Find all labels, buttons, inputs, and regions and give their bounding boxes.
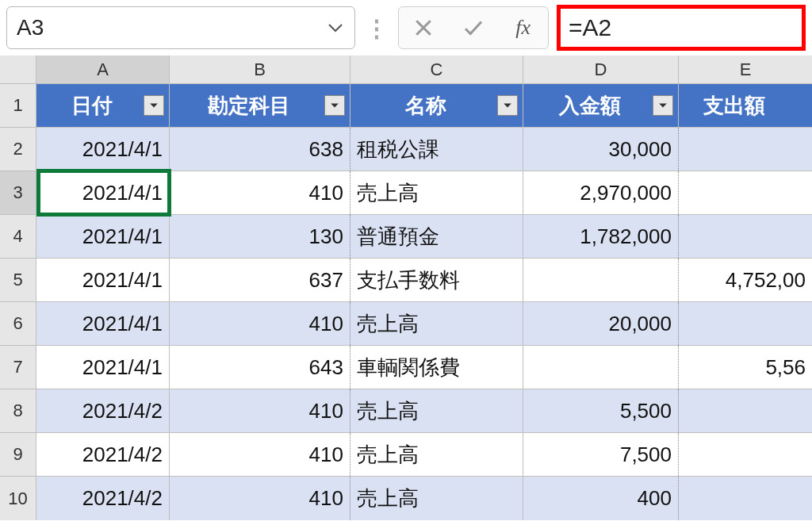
enter-icon[interactable]	[462, 16, 485, 40]
table-row: 2 2021/4/1 638 租税公課 30,000	[0, 128, 812, 171]
chevron-down-icon[interactable]	[326, 18, 345, 37]
cell-E4[interactable]	[679, 215, 812, 258]
row-header-1[interactable]: 1	[0, 84, 36, 127]
cell-A3[interactable]: 2021/4/1	[36, 171, 170, 214]
row-header-7[interactable]: 7	[0, 346, 36, 389]
filter-button[interactable]	[653, 95, 673, 116]
cell-A2[interactable]: 2021/4/1	[36, 128, 170, 171]
row-header-9[interactable]: 9	[0, 433, 36, 476]
header-income[interactable]: 入金額	[523, 84, 679, 127]
cell-E7[interactable]: 5,56	[679, 346, 812, 389]
row-header-4[interactable]: 4	[0, 215, 36, 258]
cell-B5[interactable]: 637	[170, 259, 350, 301]
cell-D2[interactable]: 30,000	[523, 128, 679, 171]
formula-input[interactable]: =A2	[557, 5, 806, 51]
cell-B4[interactable]: 130	[170, 215, 350, 258]
header-name[interactable]: 名称	[350, 84, 523, 127]
cell-B10[interactable]: 410	[170, 477, 350, 520]
select-all-corner[interactable]	[0, 56, 36, 83]
cell-A5[interactable]: 2021/4/1	[36, 259, 170, 301]
col-header-B[interactable]: B	[170, 56, 350, 83]
cell-C2[interactable]: 租税公課	[350, 128, 523, 171]
cell-C9[interactable]: 売上高	[350, 433, 523, 476]
cell-D10[interactable]: 400	[523, 477, 679, 520]
name-box[interactable]: A3	[6, 6, 355, 49]
cell-D9[interactable]: 7,500	[523, 433, 679, 476]
cell-D8[interactable]: 5,500	[523, 389, 679, 432]
table-row: 4 2021/4/1 130 普通預金 1,782,000	[0, 215, 812, 259]
col-header-E[interactable]: E	[679, 56, 812, 83]
col-header-C[interactable]: C	[350, 56, 523, 83]
cell-A10[interactable]: 2021/4/2	[36, 477, 170, 520]
cell-A4[interactable]: 2021/4/1	[36, 215, 170, 258]
row-header-5[interactable]: 5	[0, 259, 36, 301]
cell-B8[interactable]: 410	[170, 389, 350, 432]
row-header-8[interactable]: 8	[0, 389, 36, 432]
table-header-row: 1 日付 勘定科目 名称 入金額 支出額	[0, 84, 812, 128]
cell-B9[interactable]: 410	[170, 433, 350, 476]
row-header-6[interactable]: 6	[0, 302, 36, 345]
formula-value: =A2	[569, 14, 611, 41]
col-header-A[interactable]: A	[36, 56, 170, 83]
cell-E2[interactable]	[679, 128, 812, 171]
cancel-icon[interactable]	[412, 16, 435, 40]
column-header-row: A B C D E	[0, 56, 812, 84]
cell-B3[interactable]: 410	[170, 171, 350, 214]
table-row: 6 2021/4/1 410 売上高 20,000	[0, 302, 812, 346]
spreadsheet-grid: A B C D E 1 日付 勘定科目 名称 入金額 支出額 2 2021/4/…	[0, 56, 812, 520]
cell-B6[interactable]: 410	[170, 302, 350, 345]
header-date[interactable]: 日付	[36, 84, 170, 127]
filter-button[interactable]	[324, 95, 345, 116]
cell-E8[interactable]	[679, 389, 812, 432]
col-header-D[interactable]: D	[523, 56, 679, 83]
table-row: 5 2021/4/1 637 支払手数料 4,752,00	[0, 259, 812, 302]
formula-bar-row: A3 ⋮ fx =A2	[0, 0, 812, 56]
cell-D3[interactable]: 2,970,000	[523, 171, 679, 214]
row-header-3[interactable]: 3	[0, 171, 36, 214]
header-account-code[interactable]: 勘定科目	[170, 84, 350, 127]
cell-D6[interactable]: 20,000	[523, 302, 679, 345]
cell-E5[interactable]: 4,752,00	[679, 259, 812, 301]
cell-A9[interactable]: 2021/4/2	[36, 433, 170, 476]
name-box-value: A3	[17, 15, 326, 40]
cell-C8[interactable]: 売上高	[350, 389, 523, 432]
cell-B7[interactable]: 643	[170, 346, 350, 389]
cell-A7[interactable]: 2021/4/1	[36, 346, 170, 389]
cell-E6[interactable]	[679, 302, 812, 345]
cell-C4[interactable]: 普通預金	[350, 215, 523, 258]
table-row: 8 2021/4/2 410 売上高 5,500	[0, 389, 812, 433]
filter-button[interactable]	[144, 95, 164, 116]
cell-E9[interactable]	[679, 433, 812, 476]
fx-icon[interactable]: fx	[511, 16, 535, 40]
separator-icon: ⋮	[363, 14, 390, 42]
cell-C5[interactable]: 支払手数料	[350, 259, 523, 301]
table-row: 7 2021/4/1 643 車輌関係費 5,56	[0, 346, 812, 389]
cell-A6[interactable]: 2021/4/1	[36, 302, 170, 345]
filter-button[interactable]	[497, 95, 518, 116]
cell-C3[interactable]: 売上高	[350, 171, 523, 214]
cell-C7[interactable]: 車輌関係費	[350, 346, 523, 389]
row-header-2[interactable]: 2	[0, 128, 36, 171]
table-row: 9 2021/4/2 410 売上高 7,500	[0, 433, 812, 477]
table-row: 3 2021/4/1 410 売上高 2,970,000	[0, 171, 812, 215]
cell-C6[interactable]: 売上高	[350, 302, 523, 345]
table-row: 10 2021/4/2 410 売上高 400	[0, 477, 812, 520]
row-header-10[interactable]: 10	[0, 477, 36, 520]
cell-D5[interactable]	[523, 259, 679, 301]
cell-E3[interactable]	[679, 171, 812, 214]
cell-B2[interactable]: 638	[170, 128, 350, 171]
cell-D4[interactable]: 1,782,000	[523, 215, 679, 258]
formula-tools: fx	[398, 6, 549, 49]
cell-A8[interactable]: 2021/4/2	[36, 389, 170, 432]
cell-D7[interactable]	[523, 346, 679, 389]
header-expense[interactable]: 支出額	[679, 84, 812, 127]
cell-C10[interactable]: 売上高	[350, 477, 523, 520]
cell-E10[interactable]	[679, 477, 812, 520]
